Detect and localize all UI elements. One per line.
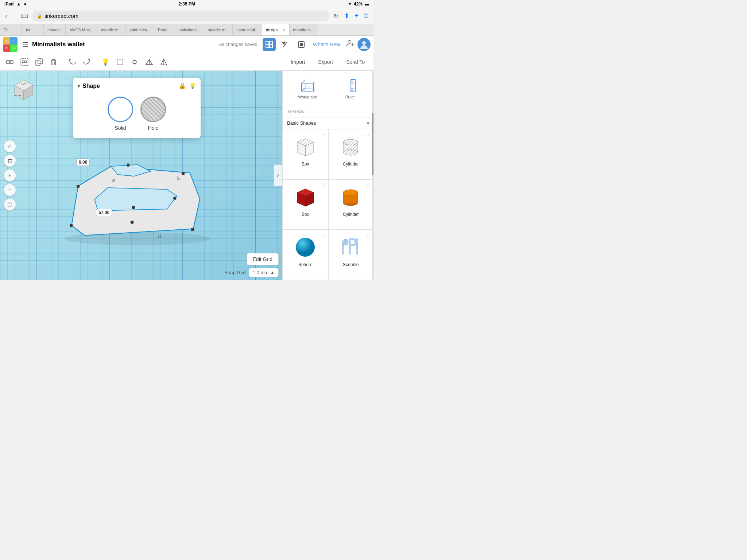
logo-t: T	[3, 37, 10, 44]
browser-bar: ‹ › 📖 🔒 tinkercad.com ↻ ⬆ + ⧉	[0, 8, 374, 24]
home-button[interactable]: ⌂	[4, 140, 16, 152]
separator-1	[63, 57, 63, 67]
shape-item-box-red[interactable]: ☆ Box	[283, 179, 328, 230]
ruler-label: Ruler	[345, 95, 355, 99]
star-icon[interactable]: ☆	[321, 232, 326, 238]
signal-icon: ●	[24, 1, 26, 7]
tab-portal[interactable]: Portal	[154, 24, 176, 36]
new-tab-button[interactable]: +	[353, 11, 360, 21]
star-icon[interactable]: ☆	[321, 182, 326, 188]
zoom-out-button[interactable]: −	[4, 184, 16, 196]
add-user-button[interactable]	[344, 38, 356, 51]
duplicate-button[interactable]	[32, 55, 46, 69]
tab-mvcs[interactable]: MVCS Moo...	[66, 24, 97, 36]
shapes-grid: ☆	[283, 129, 374, 280]
panel-lock-icon[interactable]: 🔒	[179, 82, 186, 89]
forward-button[interactable]: ›	[11, 11, 16, 21]
3d-view-button[interactable]	[263, 38, 276, 51]
logo-k: K	[10, 44, 18, 52]
panel-collapse-button[interactable]: ▾	[77, 82, 80, 89]
hamburger-menu-button[interactable]: ☰	[20, 39, 31, 50]
category-label: Basic Shapes	[287, 120, 316, 126]
delete-button[interactable]	[47, 55, 61, 69]
send-to-button[interactable]: Send To	[340, 56, 371, 68]
canvas-chevron-button[interactable]: ›	[274, 164, 282, 186]
wallet-shape[interactable]: ↺ ↻ ↺	[42, 133, 226, 249]
ruler-tool[interactable]: Ruler	[340, 75, 360, 101]
shape-item-box-grey[interactable]: ☆	[283, 129, 328, 179]
tab-er[interactable]: Er	[0, 24, 22, 36]
star-icon[interactable]: ☆	[366, 232, 371, 238]
panel-bulb-icon[interactable]: 💡	[189, 82, 196, 89]
tab-close-icon[interactable]: ✕	[283, 28, 286, 32]
redo-button[interactable]	[80, 55, 94, 69]
canvas[interactable]: TOP FRONT ⌂ ⊡ + − ⬡	[0, 71, 282, 280]
address-bar[interactable]: 🔒 tinkercad.com	[32, 11, 329, 21]
export-button[interactable]: Export	[312, 56, 338, 68]
svg-marker-36	[94, 188, 177, 211]
perspective-button[interactable]: ⬡	[4, 198, 16, 211]
sim-view-button[interactable]	[295, 38, 308, 51]
workplane-label: Workplane	[298, 95, 317, 99]
svg-rect-0	[266, 41, 269, 44]
bookmarks-button[interactable]: 📖	[19, 11, 30, 21]
edit-grid-button[interactable]: Edit Grid	[247, 253, 279, 265]
fit-button[interactable]: ⊡	[4, 155, 16, 167]
tab-moodle1[interactable]: moodle.	[44, 24, 66, 36]
back-button[interactable]: ‹	[4, 11, 8, 21]
logo-i: I	[10, 37, 18, 44]
reload-button[interactable]: ↻	[332, 11, 340, 21]
import-button[interactable]: Import	[285, 56, 311, 68]
hole-circle	[140, 97, 166, 122]
pickaxe-view-button[interactable]	[279, 38, 292, 51]
tab-moodle4[interactable]: moodle.m...	[290, 24, 318, 36]
shape-item-cylinder-orange[interactable]: ☆ Cylinder	[328, 179, 374, 230]
snap-grid-control: Snap Grid 1.0 mm ▲	[224, 268, 279, 277]
solid-option[interactable]: Solid	[108, 97, 133, 131]
mirror-button[interactable]	[128, 55, 142, 69]
app-toolbar: T I N K ☰ Minimalists wallet All changes…	[0, 36, 374, 53]
tab-as[interactable]: As	[22, 24, 44, 36]
svg-point-86	[343, 190, 358, 195]
star-icon[interactable]: ☆	[321, 132, 326, 137]
tab-print[interactable]: print hidin...	[126, 24, 154, 36]
align-button[interactable]	[113, 55, 127, 69]
tinkercad-logo[interactable]: T I N K	[3, 37, 18, 52]
hole-option[interactable]: Hole	[140, 97, 166, 131]
zoom-in-button[interactable]: +	[4, 169, 16, 182]
shape-item-scribble[interactable]: ☆ Scribble	[328, 230, 374, 280]
svg-rect-3	[270, 45, 272, 48]
ungroup-button[interactable]	[18, 55, 31, 69]
tab-calculator[interactable]: calculator...	[176, 24, 204, 36]
group-button[interactable]	[3, 55, 17, 69]
tab-design[interactable]: design... ✕	[262, 24, 290, 36]
flip-button[interactable]	[142, 55, 156, 69]
navigation-cube[interactable]: TOP FRONT	[7, 74, 36, 104]
star-icon[interactable]: ☆	[366, 132, 371, 137]
light-button[interactable]: 💡	[98, 55, 112, 69]
category-dropdown-icon[interactable]: ▾	[367, 121, 369, 126]
workplane-tool[interactable]: Workplane	[296, 75, 319, 101]
svg-rect-41	[132, 206, 135, 209]
share-button[interactable]: ⬆	[342, 11, 351, 22]
whats-new-button[interactable]: What's New	[310, 40, 343, 49]
shapes-dropdown-header[interactable]: Basic Shapes ▾	[283, 117, 374, 129]
svg-rect-21	[117, 59, 123, 65]
user-avatar[interactable]	[357, 38, 371, 51]
scrollbar-thumb[interactable]	[372, 113, 374, 175]
measure-label-zero: 0.00	[76, 159, 90, 166]
tab-moodle3[interactable]: moodle.m...	[204, 24, 233, 36]
wifi-icon: ▲	[16, 1, 21, 7]
shape-item-cylinder-grey[interactable]: ☆ Cylinder	[328, 129, 374, 179]
snap-value-display[interactable]: 1.0 mm ▲	[249, 268, 279, 277]
shape-options: Solid Hole	[77, 94, 196, 134]
star-icon[interactable]: ☆	[366, 182, 371, 188]
sym-button[interactable]	[157, 55, 171, 69]
svg-text:FRONT: FRONT	[14, 94, 22, 97]
svg-rect-15	[25, 61, 27, 63]
undo-button[interactable]	[65, 55, 79, 69]
tab-instructables[interactable]: Instructabl...	[233, 24, 262, 36]
tab-moodle2[interactable]: moodle.m...	[97, 24, 126, 36]
tab-switcher-button[interactable]: ⧉	[362, 11, 370, 21]
shape-item-sphere-blue[interactable]: ☆ Sphere	[283, 230, 328, 280]
